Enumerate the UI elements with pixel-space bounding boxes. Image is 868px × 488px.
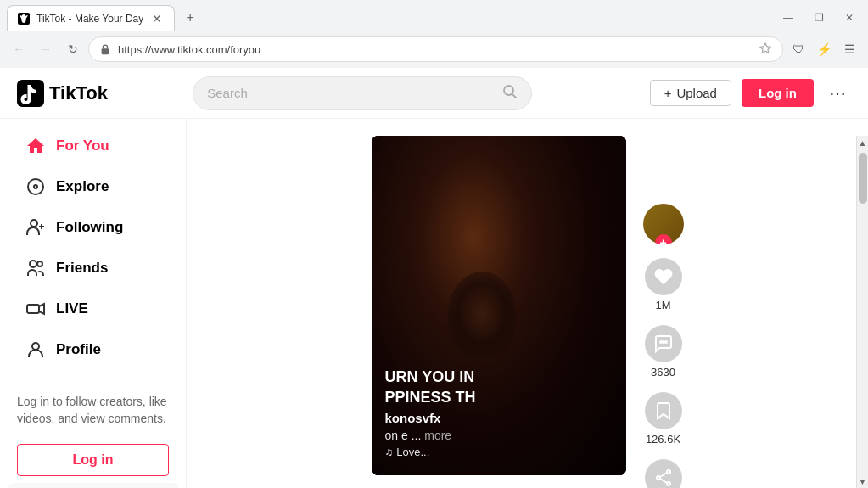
svg-point-16 (665, 341, 667, 343)
svg-point-15 (663, 341, 664, 343)
minimize-icon[interactable]: — (776, 6, 800, 30)
restore-icon[interactable]: ❐ (807, 6, 831, 30)
share-icon (645, 459, 682, 488)
follow-button[interactable]: + (643, 204, 684, 244)
browser-right-buttons: 🛡 ⚡ ☰ (787, 37, 861, 61)
more-link[interactable]: more (424, 429, 451, 442)
sidebar-item-live[interactable]: LIVE (7, 290, 179, 328)
sidebar-item-following[interactable]: Following (7, 209, 179, 246)
extensions-icon[interactable]: ⚡ (812, 37, 836, 61)
more-options-button[interactable]: ⋯ (824, 80, 851, 107)
video-actions: + 1M (643, 136, 684, 488)
comment-count: 3630 (651, 366, 675, 379)
logo-area: TikTok (17, 80, 127, 107)
search-icon[interactable] (502, 84, 518, 103)
sidebar: For You Explore Following (0, 119, 187, 488)
sidebar-item-explore[interactable]: Explore (7, 168, 179, 205)
scrollbar-thumb[interactable] (859, 153, 867, 204)
sidebar-item-explore-label: Explore (56, 178, 109, 195)
friends-icon (24, 258, 48, 278)
reload-button[interactable]: ↻ (61, 37, 85, 61)
sidebar-login-button[interactable]: Log in (17, 444, 169, 476)
menu-icon[interactable]: ☰ (837, 37, 861, 61)
music-text: Love... (396, 446, 429, 458)
video-card: URN YOU IN PPINESS TH konosvfx on e ... … (372, 136, 626, 475)
svg-line-20 (660, 473, 667, 477)
like-button[interactable]: 1M (645, 258, 682, 311)
search-input-wrap[interactable] (193, 76, 532, 110)
search-input[interactable] (207, 86, 496, 100)
video-player[interactable]: URN YOU IN PPINESS TH konosvfx on e ... … (372, 136, 626, 475)
bookmark-icon (645, 392, 682, 429)
sidebar-item-live-label: LIVE (56, 300, 88, 317)
forward-button[interactable]: → (34, 37, 58, 61)
tab-favicon (18, 13, 30, 25)
browser-scrollbar[interactable]: ▲ ▼ (856, 136, 868, 488)
scrollbar-up-button[interactable]: ▲ (857, 136, 868, 149)
bookmark-count: 126.6K (646, 433, 680, 446)
app-header: TikTok + Upload Log in (0, 68, 868, 119)
svg-point-14 (660, 341, 662, 343)
svg-point-5 (34, 185, 37, 188)
like-count: 1M (655, 299, 670, 311)
comment-button[interactable]: 3630 (645, 325, 682, 379)
svg-rect-11 (27, 305, 39, 313)
svg-point-18 (657, 476, 660, 480)
login-button[interactable]: Log in (742, 79, 814, 107)
tiktok-app: TikTok + Upload Log in (0, 68, 868, 488)
app-wrapper: TikTok + Upload Log in (0, 68, 868, 488)
url-text: https://www.tiktok.com/foryou (118, 43, 752, 56)
comment-icon (645, 325, 682, 362)
caption-prefix: on (385, 429, 399, 442)
music-icon: ♫ (385, 446, 394, 458)
video-feed: URN YOU IN PPINESS TH konosvfx on e ... … (372, 136, 684, 471)
home-icon (24, 136, 48, 156)
svg-point-9 (30, 261, 36, 267)
browser-nav: ← → ↻ https://www.tiktok.com/foryou 🛡 ⚡ … (0, 31, 868, 68)
sidebar-login-prompt: Log in to follow creators, like videos, … (0, 384, 186, 437)
tab-close-icon[interactable]: ✕ (150, 12, 164, 25)
scrollbar-down-button[interactable]: ▼ (857, 474, 868, 488)
video-info-overlay: konosvfx on e ... more ♫ Love... (385, 411, 613, 458)
plus-icon: + (664, 86, 672, 100)
svg-line-21 (660, 479, 667, 483)
svg-point-12 (32, 343, 39, 350)
upload-label: Upload (676, 86, 717, 100)
video-caption: on e ... more (385, 429, 613, 442)
svg-line-3 (512, 93, 516, 97)
back-button[interactable]: ← (7, 37, 31, 61)
new-tab-button[interactable]: + (178, 6, 202, 30)
main-content: For You Explore Following (0, 119, 868, 488)
sidebar-item-friends[interactable]: Friends (7, 250, 179, 287)
star-icon[interactable] (759, 42, 772, 56)
shield-icon[interactable]: 🛡 (787, 37, 810, 61)
sidebar-item-friends-label: Friends (56, 260, 108, 277)
tab-title: TikTok - Make Your Day (36, 13, 143, 25)
svg-point-6 (31, 220, 37, 227)
tab-bar: TikTok - Make Your Day ✕ + — ❐ ✕ (0, 0, 868, 31)
close-window-icon[interactable]: ✕ (837, 6, 861, 30)
video-username: konosvfx (385, 411, 613, 425)
upload-button[interactable]: + Upload (650, 80, 731, 106)
svg-point-10 (37, 261, 42, 266)
sidebar-create-effects[interactable]: Create TikTok effects, (7, 483, 179, 488)
search-bar (193, 76, 532, 110)
caption-text: e ... (401, 429, 421, 442)
svg-rect-0 (102, 48, 109, 54)
tiktok-logo-icon (17, 80, 44, 107)
svg-point-4 (28, 179, 43, 194)
sidebar-item-profile[interactable]: Profile (7, 331, 179, 368)
bookmark-button[interactable]: 126.6K (645, 392, 682, 446)
creator-avatar: + (643, 204, 684, 244)
share-button[interactable]: 30.9K (645, 459, 682, 488)
sidebar-item-for-you[interactable]: For You (7, 127, 179, 165)
video-content: URN YOU IN PPINESS TH konosvfx on e ... … (187, 119, 868, 488)
explore-icon (24, 177, 48, 197)
address-bar[interactable]: https://www.tiktok.com/foryou (88, 36, 783, 62)
live-icon (24, 299, 48, 319)
svg-point-19 (667, 482, 670, 485)
active-tab[interactable]: TikTok - Make Your Day ✕ (7, 5, 175, 31)
video-text-overlay: URN YOU IN PPINESS TH (385, 367, 575, 407)
header-actions: + Upload Log in ⋯ (650, 79, 851, 107)
sidebar-item-profile-label: Profile (56, 341, 101, 358)
